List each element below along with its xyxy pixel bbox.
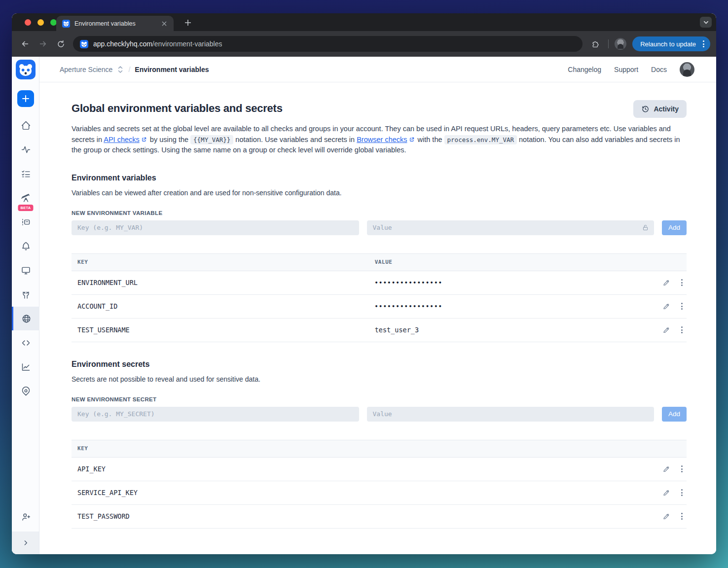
variable-row: ENVIRONMENT_URL •••••••••••••••• <box>72 271 687 295</box>
sidebar-item-private-locations[interactable] <box>14 379 37 403</box>
api-checks-link[interactable]: API checks <box>104 136 140 143</box>
user-plus-icon <box>21 512 31 522</box>
expand-sidebar-icon[interactable] <box>22 539 30 547</box>
monitor-icon <box>21 265 31 276</box>
row-actions <box>649 301 687 312</box>
new-tab-button[interactable] <box>182 16 194 29</box>
user-avatar[interactable] <box>680 62 694 77</box>
secret-key-field <box>72 407 359 422</box>
add-secret-button[interactable]: Add <box>662 407 687 422</box>
row-menu-icon[interactable] <box>678 463 686 474</box>
edit-icon[interactable] <box>661 464 671 474</box>
sidebar-item-snippets[interactable] <box>14 331 37 355</box>
sidebar: BETA <box>12 57 39 554</box>
main-content: Global environment variables and secrets… <box>39 82 716 554</box>
relaunch-to-update-button[interactable]: Relaunch to update <box>632 36 710 51</box>
sidebar-item-logs[interactable] <box>14 210 37 234</box>
close-window-button[interactable] <box>25 19 31 26</box>
changelog-link[interactable]: Changelog <box>568 66 601 73</box>
bell-icon <box>21 241 31 251</box>
row-menu-icon[interactable] <box>678 487 686 498</box>
new-secret-form: Add <box>72 407 687 422</box>
edit-icon[interactable] <box>661 488 671 497</box>
sidebar-item-dashboards[interactable] <box>14 258 37 282</box>
globe-icon <box>21 314 32 324</box>
secret-key: SERVICE_API_KEY <box>77 489 649 497</box>
secret-key: API_KEY <box>77 465 649 473</box>
variable-value: •••••••••••••••• <box>375 303 649 310</box>
browser-tab[interactable]: Environment variables <box>56 16 174 31</box>
variable-value-field <box>367 220 655 235</box>
address-bar[interactable]: app.checklyhq.com/environment-variables <box>73 36 582 52</box>
variable-value-input[interactable] <box>367 220 655 235</box>
secrets-section-description: Secrets are not possible to reveal and u… <box>72 375 687 383</box>
add-variable-button[interactable]: Add <box>662 220 687 235</box>
edit-icon[interactable] <box>661 511 671 521</box>
desktop-background: Environment variables <box>0 0 728 568</box>
activity-button[interactable]: Activity <box>633 100 687 118</box>
row-menu-icon[interactable] <box>678 511 686 522</box>
tab-favicon <box>62 20 70 28</box>
sidebar-item-analytics[interactable] <box>14 355 37 379</box>
tools-icon <box>21 289 31 300</box>
variable-key: ACCOUNT_ID <box>77 302 375 310</box>
new-variable-label: NEW ENVIRONMENT VARIABLE <box>72 210 687 216</box>
variable-key: ENVIRONMENT_URL <box>77 279 375 286</box>
row-menu-icon[interactable] <box>678 301 686 312</box>
account-switcher-icon[interactable] <box>117 66 124 73</box>
secret-key-input[interactable] <box>72 407 359 422</box>
variables-table: KEY VALUE ENVIRONMENT_URL ••••••••••••••… <box>72 253 687 342</box>
sidebar-item-invite-user[interactable] <box>14 505 37 529</box>
account-name[interactable]: Aperture Science <box>60 66 112 73</box>
content-column: Aperture Science / Environment variables… <box>39 57 716 554</box>
browser-checks-link[interactable]: Browser checks <box>357 136 407 143</box>
variable-key-input[interactable] <box>72 220 359 235</box>
row-actions <box>649 277 687 288</box>
forward-icon[interactable] <box>35 36 51 52</box>
minimize-window-button[interactable] <box>37 19 44 26</box>
relaunch-label: Relaunch to update <box>640 40 696 48</box>
breadcrumb-current-page: Environment variables <box>135 66 209 73</box>
sidebar-item-monitoring[interactable] <box>14 138 37 161</box>
value-column-header: VALUE <box>375 259 649 265</box>
activity-label: Activity <box>654 105 679 113</box>
key-column-header: KEY <box>77 259 375 265</box>
edit-icon[interactable] <box>661 278 671 287</box>
home-icon <box>21 120 31 131</box>
browser-profile-avatar[interactable] <box>615 38 626 50</box>
browser-toolbar: app.checklyhq.com/environment-variables … <box>12 31 716 57</box>
sidebar-item-home[interactable] <box>14 113 37 137</box>
sidebar-item-checks[interactable] <box>14 162 37 185</box>
reload-icon[interactable] <box>52 36 69 52</box>
sidebar-item-environment-variables[interactable] <box>12 307 39 330</box>
external-link-icon <box>409 137 415 142</box>
list-details-icon <box>21 217 31 227</box>
variable-key-field <box>72 220 359 235</box>
checkly-app: BETA <box>12 57 716 554</box>
edit-icon[interactable] <box>661 301 671 311</box>
window-controls <box>25 19 57 26</box>
variable-row: TEST_USERNAME test_user_3 <box>72 319 687 342</box>
new-variable-form: Add <box>72 220 687 235</box>
relaunch-menu-icon[interactable] <box>701 40 706 47</box>
extensions-icon[interactable] <box>587 36 604 52</box>
app-header: Aperture Science / Environment variables… <box>39 57 716 82</box>
secret-value-field <box>367 407 655 422</box>
my-var-code: {{MY_VAR}} <box>190 135 233 144</box>
sidebar-item-alerts[interactable] <box>14 234 37 258</box>
back-icon[interactable] <box>17 36 34 52</box>
secret-value-input[interactable] <box>367 407 655 422</box>
process-env-code: process.env.MY_VAR <box>444 135 517 144</box>
row-menu-icon[interactable] <box>678 324 686 335</box>
checkly-logo[interactable] <box>16 60 36 79</box>
create-new-button[interactable] <box>17 90 34 107</box>
docs-link[interactable]: Docs <box>651 66 667 73</box>
tab-search-button[interactable] <box>700 17 712 28</box>
row-menu-icon[interactable] <box>678 277 686 288</box>
support-link[interactable]: Support <box>614 66 638 73</box>
tab-close-icon[interactable] <box>160 19 169 28</box>
tab-title: Environment variables <box>74 20 160 27</box>
edit-icon[interactable] <box>661 325 671 335</box>
sidebar-item-maintenance[interactable] <box>14 283 37 306</box>
sidebar-item-explore-beta[interactable]: BETA <box>14 186 37 210</box>
